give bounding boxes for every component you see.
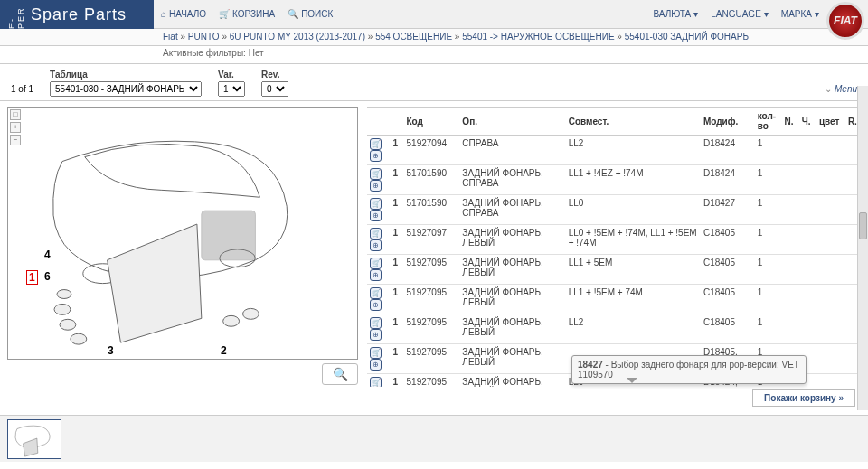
info-icon[interactable]: ⊕ bbox=[370, 210, 382, 221]
diagram-search-button[interactable]: 🔍 bbox=[322, 363, 358, 385]
crumb-5[interactable]: 55401-030 ЗАДНИЙ ФОНАРЬ bbox=[625, 32, 749, 42]
chevron-down-icon: ▾ bbox=[693, 9, 698, 19]
basket-link[interactable]: 🛒КОРЗИНА bbox=[219, 9, 275, 19]
controls-row: 1 of 1 Таблица 55401-030 - ЗАДНИЙ ФОНАРЬ… bbox=[0, 64, 868, 101]
add-cart-icon[interactable]: 🛒 bbox=[370, 258, 382, 269]
page-indicator: 1 of 1 bbox=[11, 84, 33, 97]
cart-icon: 🛒 bbox=[219, 9, 230, 19]
top-toolbar: ⌂НАЧАЛО 🛒КОРЗИНА 🔍ПОИСК ВАЛЮТА ▾ LANGUAG… bbox=[154, 0, 868, 29]
chevron-down-icon: ▾ bbox=[764, 9, 769, 19]
svg-point-6 bbox=[57, 290, 71, 299]
callout-4: 4 bbox=[44, 249, 51, 261]
fiat-logo: FIAT bbox=[826, 2, 864, 40]
marka-dropdown[interactable]: МАРКА ▾ bbox=[781, 9, 819, 19]
table-row[interactable]: 🛒 ⊕151927095ЗАДНИЙ ФОНАРЬ, ЛЕВЫЙLL1 + !5… bbox=[367, 285, 861, 314]
svg-point-8 bbox=[243, 308, 259, 319]
add-cart-icon[interactable]: 🛒 bbox=[370, 347, 382, 359]
page-scrollbar[interactable] bbox=[857, 86, 868, 410]
vehicle-drawing bbox=[8, 108, 357, 359]
table-row[interactable]: 🛒 ⊕151927097ЗАДНИЙ ФОНАРЬ, ЛЕВЫЙLL0 + !5… bbox=[367, 225, 861, 255]
parts-table: Код Оп. Совмест. Модиф. кол-во N. Ч. цве… bbox=[367, 108, 861, 387]
table-select[interactable]: 55401-030 - ЗАДНИЙ ФОНАРЬ bbox=[50, 81, 202, 97]
info-icon[interactable]: ⊕ bbox=[370, 359, 382, 371]
table-row[interactable]: 🛒 ⊕151701590ЗАДНИЙ ФОНАРЬ, СПРАВАLL1 + !… bbox=[367, 165, 861, 195]
menu-dropdown[interactable]: ⌄ Menu bbox=[825, 84, 857, 97]
scrollbar-thumb[interactable] bbox=[859, 212, 867, 239]
th-color[interactable]: цвет bbox=[816, 108, 845, 136]
svg-point-3 bbox=[54, 304, 71, 314]
table-row[interactable]: 🛒 ⊕151927095ЗАДНИЙ ФОНАРЬ, ЛЕВЫЙLL2C1840… bbox=[367, 314, 861, 344]
table-row[interactable]: 🛒 ⊕151701590ЗАДНИЙ ФОНАРЬ, СПРАВАLL0D184… bbox=[367, 195, 861, 225]
svg-point-5 bbox=[71, 333, 87, 344]
home-link[interactable]: ⌂НАЧАЛО bbox=[161, 9, 206, 19]
tooltip: 18427 - Выбор заднего фонаря для pop-вер… bbox=[571, 355, 807, 384]
svg-rect-2 bbox=[202, 211, 256, 260]
th-desc[interactable]: Оп. bbox=[459, 108, 565, 136]
home-icon: ⌂ bbox=[161, 9, 166, 19]
language-dropdown[interactable]: LANGUAGE ▾ bbox=[711, 9, 769, 19]
add-cart-icon[interactable]: 🛒 bbox=[370, 198, 382, 210]
th-ch[interactable]: Ч. bbox=[799, 108, 816, 136]
add-cart-icon[interactable]: 🛒 bbox=[370, 228, 382, 239]
diagram-thumb[interactable] bbox=[7, 419, 61, 459]
chevron-down-icon: ⌄ bbox=[825, 84, 832, 94]
crumb-4[interactable]: 55401 -> НАРУЖНОЕ ОСВЕЩЕНИЕ bbox=[462, 32, 614, 42]
info-icon[interactable]: ⊕ bbox=[370, 180, 382, 192]
th-qty[interactable]: кол-во bbox=[755, 108, 782, 136]
callout-2: 2 bbox=[221, 344, 227, 357]
add-cart-icon[interactable]: 🛒 bbox=[370, 138, 382, 150]
th-n[interactable]: N. bbox=[782, 108, 799, 136]
crumb-2[interactable]: 6U PUNTO MY 2013 (2013-2017) bbox=[230, 32, 365, 42]
zoom-fit-button[interactable]: □ bbox=[10, 109, 21, 120]
th-code[interactable]: Код bbox=[404, 108, 460, 136]
brand-bar: E-PER Spare Parts bbox=[0, 0, 154, 29]
tooltip-code: 18427 bbox=[578, 360, 603, 370]
currency-dropdown[interactable]: ВАЛЮТА ▾ bbox=[653, 9, 698, 19]
search-link[interactable]: 🔍ПОИСК bbox=[288, 9, 333, 19]
rev-label: Rev. bbox=[261, 70, 288, 80]
zoom-in-button[interactable]: + bbox=[10, 122, 21, 133]
zoom-out-button[interactable]: − bbox=[10, 135, 21, 145]
svg-point-4 bbox=[60, 319, 76, 330]
callout-3: 3 bbox=[108, 344, 114, 357]
info-icon[interactable]: ⊕ bbox=[370, 269, 382, 281]
callout-1: 1 bbox=[26, 270, 38, 285]
chevron-down-icon: ▾ bbox=[815, 9, 819, 19]
crumb-0[interactable]: Fiat bbox=[163, 32, 178, 42]
crumb-3[interactable]: 554 ОСВЕЩЕНИЕ bbox=[375, 32, 452, 42]
diagram-frame[interactable]: □ + − bbox=[7, 107, 358, 360]
callout-6: 6 bbox=[44, 270, 51, 283]
magnifier-icon: 🔍 bbox=[333, 367, 348, 381]
eper-label: E-PER bbox=[7, 0, 25, 29]
info-icon[interactable]: ⊕ bbox=[370, 329, 382, 341]
svg-point-7 bbox=[223, 315, 240, 326]
info-icon[interactable]: ⊕ bbox=[370, 150, 382, 162]
info-icon[interactable]: ⊕ bbox=[370, 239, 382, 251]
th-compat[interactable]: Совмест. bbox=[566, 108, 701, 136]
var-label: Var. bbox=[218, 70, 245, 80]
tooltip-text: - Выбор заднего фонаря для pop-версии: V… bbox=[578, 360, 799, 380]
active-filters: Активные фильтры: Нет bbox=[0, 46, 868, 64]
table-row[interactable]: 🛒 ⊕151927095ЗАДНИЙ ФОНАРЬ, ЛЕВЫЙLL1 + 5E… bbox=[367, 255, 861, 285]
table-row[interactable]: 🛒 ⊕151927094СПРАВАLL2D184241 bbox=[367, 136, 861, 165]
crumb-1[interactable]: PUNTO bbox=[188, 32, 220, 42]
th-mod[interactable]: Модиф. bbox=[701, 108, 755, 136]
rev-select[interactable]: 0 bbox=[261, 81, 288, 97]
add-cart-icon[interactable]: 🛒 bbox=[370, 168, 382, 180]
var-select[interactable]: 1 bbox=[218, 81, 245, 97]
app-title: Spare Parts bbox=[31, 5, 127, 24]
add-cart-icon[interactable]: 🛒 bbox=[370, 377, 382, 387]
breadcrumb: Fiat » PUNTO » 6U PUNTO MY 2013 (2013-20… bbox=[0, 29, 868, 46]
search-icon: 🔍 bbox=[288, 9, 298, 19]
add-cart-icon[interactable]: 🛒 bbox=[370, 287, 382, 299]
add-cart-icon[interactable]: 🛒 bbox=[370, 317, 382, 329]
table-label: Таблица bbox=[50, 70, 202, 80]
info-icon[interactable]: ⊕ bbox=[370, 299, 382, 311]
thumbnail-strip bbox=[0, 415, 868, 462]
show-basket-button[interactable]: Покажи корзину » bbox=[752, 389, 855, 407]
parts-table-panel[interactable]: Код Оп. Совмест. Модиф. кол-во N. Ч. цве… bbox=[367, 107, 861, 387]
